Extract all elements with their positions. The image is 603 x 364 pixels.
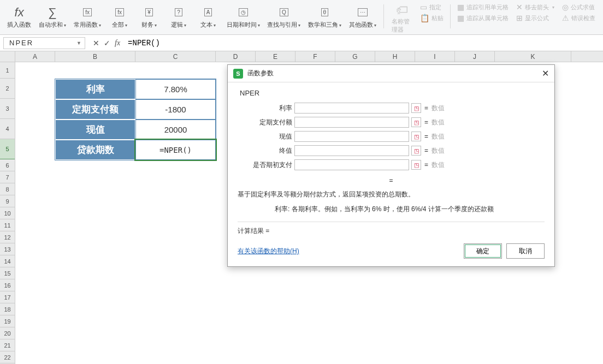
- row-header-4[interactable]: 4: [0, 119, 15, 139]
- row-header-6[interactable]: 6: [0, 159, 15, 171]
- label: 全部: [112, 21, 127, 29]
- row-header-10[interactable]: 10: [0, 207, 15, 219]
- column-header-K[interactable]: K: [495, 51, 571, 62]
- param-input-fv[interactable]: [294, 145, 409, 156]
- name-manager-button[interactable]: 🏷 名称管理器: [388, 2, 416, 35]
- text-button[interactable]: A 文本: [194, 2, 222, 32]
- range-picker-icon[interactable]: ◳: [411, 117, 421, 127]
- row-header-1[interactable]: 1: [0, 62, 15, 79]
- column-header-I[interactable]: I: [415, 51, 455, 62]
- function-arguments-dialog: S 函数参数 ✕ NPER 利率 ◳ = 数值 定期支付额 ◳ = 数值 现值 …: [227, 64, 555, 267]
- ok-button[interactable]: 确定: [464, 243, 502, 259]
- equals: =: [424, 104, 428, 112]
- close-button[interactable]: ✕: [542, 68, 549, 79]
- value-rate[interactable]: 7.80%: [135, 79, 216, 99]
- formula-input[interactable]: [125, 39, 603, 47]
- column-header-F[interactable]: F: [295, 51, 335, 62]
- row-header-5[interactable]: 5: [0, 139, 15, 159]
- divider: [238, 222, 545, 222]
- row-header-15[interactable]: 15: [0, 267, 15, 279]
- row-header-2[interactable]: 2: [0, 79, 15, 99]
- remove-arrows-button[interactable]: ✕移去箭头▾: [513, 2, 558, 12]
- dialog-titlebar[interactable]: S 函数参数 ✕: [228, 65, 554, 82]
- label: 移去箭头: [525, 3, 549, 11]
- column-header-D[interactable]: D: [216, 51, 256, 62]
- param-input-type[interactable]: [294, 159, 409, 170]
- column-header-A[interactable]: A: [15, 51, 55, 62]
- label: 名称管理器: [392, 17, 413, 34]
- label: 插入函数: [7, 21, 31, 29]
- cancel-button[interactable]: 取消: [506, 243, 545, 259]
- row-header-12[interactable]: 12: [0, 231, 15, 243]
- row-header-9[interactable]: 9: [0, 195, 15, 207]
- select-all-corner[interactable]: [0, 51, 15, 62]
- dialog-title: 函数参数: [247, 69, 274, 78]
- value-pv[interactable]: 20000: [135, 120, 216, 140]
- range-picker-icon[interactable]: ◳: [411, 132, 421, 141]
- recent-functions-button[interactable]: fx 常用函数: [71, 2, 104, 32]
- row-header-20[interactable]: 20: [0, 327, 15, 339]
- row-header-21[interactable]: 21: [0, 339, 15, 351]
- column-header-H[interactable]: H: [375, 51, 415, 62]
- value-payment[interactable]: -1800: [135, 99, 216, 120]
- row-header-22[interactable]: 22: [0, 351, 15, 363]
- trace-dependents-button[interactable]: ▦追踪从属单元格: [454, 13, 512, 23]
- column-header-E[interactable]: E: [256, 51, 295, 62]
- ribbon-right-group: 🏷 名称管理器 ▭指定 📋粘贴 ▦追踪引用单元格 ▦追踪从属单元格 ✕移去箭头▾…: [388, 2, 599, 35]
- paste-button[interactable]: 📋粘贴: [417, 13, 447, 23]
- logical-button[interactable]: ? 逻辑: [165, 2, 192, 32]
- math-button[interactable]: θ 数学和三角: [305, 2, 344, 32]
- show-formulas-button[interactable]: ⊞显示公式: [513, 13, 558, 23]
- row-header-13[interactable]: 13: [0, 243, 15, 255]
- row-header-7[interactable]: 7: [0, 171, 15, 183]
- row-header-19[interactable]: 19: [0, 315, 15, 327]
- equals: =: [424, 133, 428, 140]
- param-input-pv[interactable]: [294, 131, 409, 142]
- column-header-J[interactable]: J: [455, 51, 495, 62]
- trace-precedents-button[interactable]: ▦追踪引用单元格: [454, 2, 512, 12]
- financial-button[interactable]: ¥ 财务: [135, 2, 163, 32]
- row-header-14[interactable]: 14: [0, 255, 15, 267]
- row-header-18[interactable]: 18: [0, 303, 15, 315]
- row-header-16[interactable]: 16: [0, 279, 15, 291]
- help-link[interactable]: 有关该函数的帮助(H): [238, 247, 299, 256]
- column-header-G[interactable]: G: [335, 51, 375, 62]
- datetime-button[interactable]: ◷ 日期和时间: [224, 2, 263, 32]
- all-functions-button[interactable]: fx 全部: [106, 2, 133, 32]
- more-functions-button[interactable]: ⋯ 其他函数: [346, 2, 379, 32]
- column-header-C[interactable]: C: [135, 51, 216, 62]
- param-row-fv: 终值 ◳ = 数值: [238, 145, 545, 156]
- dialog-footer: 有关该函数的帮助(H) 确定 取消: [238, 243, 545, 259]
- param-hint: 数值: [431, 146, 445, 156]
- separator: [450, 4, 451, 28]
- param-label: 终值: [238, 146, 292, 156]
- column-header-B[interactable]: B: [55, 51, 135, 62]
- evaluate-formula-button[interactable]: ◎公式求值: [559, 2, 599, 12]
- assign-button[interactable]: ▭指定: [417, 2, 447, 12]
- value-nper-active-cell[interactable]: =NPER(): [135, 140, 216, 160]
- range-picker-icon[interactable]: ◳: [411, 103, 421, 113]
- row-header-3[interactable]: 3: [0, 99, 15, 119]
- label-payment: 定期支付额: [55, 99, 135, 120]
- name-box[interactable]: NPER ▼: [3, 37, 85, 49]
- lookup-button[interactable]: Q 查找与引用: [265, 2, 304, 32]
- label: 其他函数: [349, 21, 376, 29]
- autosum-button[interactable]: ∑ 自动求和: [36, 2, 69, 32]
- range-picker-icon[interactable]: ◳: [411, 160, 421, 170]
- label: 逻辑: [171, 21, 186, 29]
- row-header-8[interactable]: 8: [0, 183, 15, 195]
- label-nper: 贷款期数: [55, 140, 135, 160]
- cancel-formula-icon[interactable]: ✕: [93, 39, 99, 47]
- fx-icon[interactable]: fx: [115, 39, 120, 47]
- error-check-button[interactable]: ⚠错误检查: [559, 13, 599, 23]
- label: 粘贴: [431, 14, 444, 22]
- accept-formula-icon[interactable]: ✓: [104, 39, 110, 47]
- label: 查找与引用: [267, 21, 300, 29]
- insert-function-button[interactable]: fx 插入函数: [4, 2, 34, 32]
- row-header-17[interactable]: 17: [0, 291, 15, 303]
- range-picker-icon[interactable]: ◳: [411, 146, 421, 156]
- row-header-11[interactable]: 11: [0, 219, 15, 231]
- param-row-type: 是否期初支付 ◳ = 数值: [238, 159, 545, 170]
- param-input-rate[interactable]: [294, 103, 409, 114]
- param-input-pmt[interactable]: [294, 117, 409, 128]
